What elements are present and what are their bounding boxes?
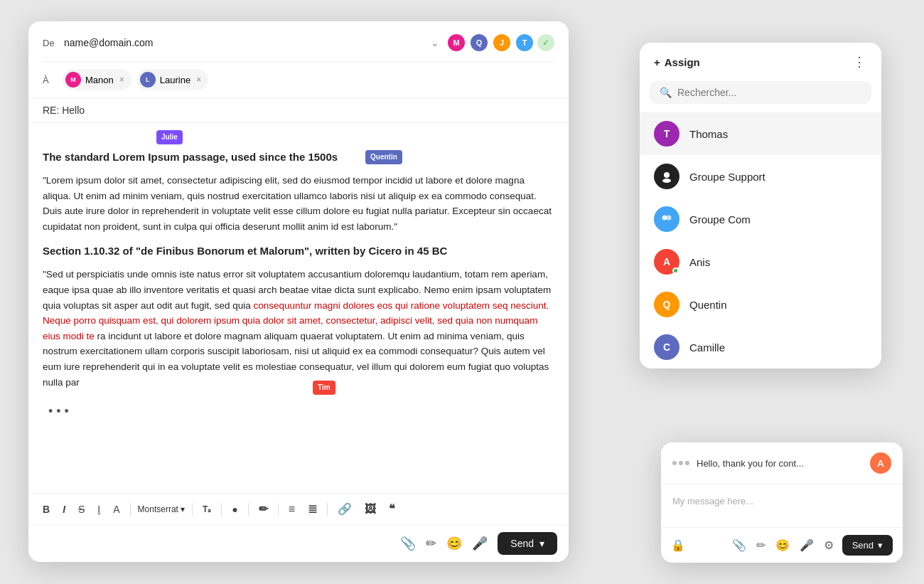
chat-send-button[interactable]: Send ▾ <box>842 535 893 556</box>
font-name: Montserrat <box>138 504 178 514</box>
list-button[interactable]: ≡ <box>286 500 298 519</box>
collaborator-avatars: M Q J T ✓ <box>446 33 554 53</box>
camille-name: Camille <box>689 341 725 354</box>
assign-header: + Assign ⋮ <box>640 43 881 81</box>
send-button[interactable]: Send ▾ <box>498 532 557 555</box>
dot-1 <box>672 461 677 465</box>
emoji-icon[interactable]: 😊 <box>446 536 462 551</box>
search-box[interactable]: 🔍 <box>650 81 871 104</box>
laurine-avatar: L <box>140 72 156 87</box>
thomas-avatar: T <box>654 121 679 147</box>
assign-list: T Thomas Groupe Support Groupe Com A Ani… <box>640 112 881 368</box>
quote-button[interactable]: ❝ <box>386 499 398 519</box>
from-dropdown-icon[interactable]: ⌄ <box>431 37 439 48</box>
align-button[interactable]: ≣ <box>305 499 320 519</box>
assign-item-groupe-support[interactable]: Groupe Support <box>640 155 881 198</box>
emoji-icon[interactable]: 😊 <box>775 538 790 552</box>
strikethrough-button[interactable]: S <box>75 501 87 518</box>
groupe-com-avatar <box>654 206 679 232</box>
attach-icon[interactable]: 📎 <box>400 536 416 551</box>
text-size-button[interactable]: Tₐ <box>200 501 214 517</box>
font-selector[interactable]: Montserrat ▾ <box>138 504 185 514</box>
image-button[interactable]: 🖼 <box>362 500 379 519</box>
quentin-name: Quentin <box>689 299 727 311</box>
color-button[interactable]: ● <box>229 501 240 518</box>
anis-avatar: A <box>654 249 679 275</box>
assign-item-groupe-com[interactable]: Groupe Com <box>640 198 881 240</box>
manon-name: Manon <box>85 75 114 85</box>
link-button[interactable]: 🔗 <box>335 499 355 519</box>
camille-avatar: C <box>654 334 679 360</box>
send-dropdown-icon: ▾ <box>539 538 544 549</box>
email-panel: De name@domain.com ⌄ M Q J T ✓ À M Manon… <box>28 21 569 562</box>
chat-body[interactable]: My message here... <box>661 484 903 527</box>
email-body[interactable]: Quentin The standard Lorem Ipsum passage… <box>28 123 569 493</box>
thomas-name: Thomas <box>689 128 728 140</box>
svg-point-1 <box>662 179 671 183</box>
groupe-com-name: Groupe Com <box>689 213 751 225</box>
assign-item-anis[interactable]: A Anis <box>640 240 881 283</box>
edit-icon[interactable]: ✏ <box>426 536 436 551</box>
avatar-t: T <box>515 33 534 53</box>
email-header: De name@domain.com ⌄ M Q J T ✓ À M Manon… <box>28 21 569 98</box>
dot-3 <box>685 461 689 465</box>
mic-icon[interactable]: 🎤 <box>472 536 488 551</box>
manon-avatar: M <box>65 72 81 87</box>
assign-item-quentin[interactable]: Q Quentin <box>640 283 881 326</box>
remove-manon-button[interactable]: × <box>119 75 124 85</box>
chat-header: Hello, thank you for cont... A <box>661 442 903 484</box>
chat-user-avatar: A <box>870 452 891 474</box>
assign-more-icon[interactable]: ⋮ <box>853 54 867 70</box>
more-button[interactable]: • • • <box>43 398 554 425</box>
groupe-support-name: Groupe Support <box>689 171 765 183</box>
check-badge: ✓ <box>537 34 554 51</box>
attach-icon[interactable]: 📎 <box>732 538 746 552</box>
bold-button[interactable]: B <box>40 501 53 518</box>
avatar-j: J <box>492 33 512 53</box>
cursor-quentin: Quentin <box>365 150 402 164</box>
chat-actions: 🔒 📎 ✏ 😊 🎤 ⚙ Send ▾ <box>661 527 903 563</box>
chat-send-dropdown-icon: ▾ <box>878 540 883 551</box>
assign-panel: + Assign ⋮ 🔍 T Thomas Groupe Support Gro… <box>640 43 881 368</box>
assign-search: 🔍 <box>640 81 881 112</box>
divider-4 <box>248 503 249 516</box>
recipient-manon[interactable]: M Manon × <box>63 69 131 90</box>
remove-laurine-button[interactable]: × <box>196 75 201 85</box>
groupe-support-avatar <box>654 164 679 189</box>
divider-1 <box>130 503 131 516</box>
svg-point-3 <box>667 216 672 221</box>
divider-2 <box>192 503 193 516</box>
assign-plus-icon: + <box>654 56 660 68</box>
italic-button[interactable]: I <box>60 501 68 518</box>
divider-6 <box>327 503 328 516</box>
svg-point-0 <box>664 172 670 178</box>
chat-dots <box>672 461 689 465</box>
avatar-m: M <box>446 33 466 53</box>
lock-icon: 🔒 <box>671 538 685 552</box>
email-actions: 📎 ✏ 😊 🎤 Send ▾ <box>28 524 569 562</box>
divider-5 <box>278 503 279 516</box>
edit-icon[interactable]: ✏ <box>756 538 765 552</box>
font-size-button[interactable]: A <box>110 501 122 518</box>
mic-icon[interactable]: 🎤 <box>800 538 814 552</box>
body-paragraph-2: "Sed ut perspiciatis unde omnis iste nat… <box>43 267 554 390</box>
chat-panel: Hello, thank you for cont... A My messag… <box>661 442 903 563</box>
quentin-avatar: Q <box>654 292 679 317</box>
settings-icon[interactable]: ⚙ <box>824 538 834 552</box>
cursor-julie: Julie <box>156 130 183 144</box>
assign-item-thomas[interactable]: T Thomas <box>640 112 881 155</box>
from-address: name@domain.com <box>64 37 424 48</box>
search-icon: 🔍 <box>660 87 672 98</box>
underline-button[interactable]: I <box>95 501 103 518</box>
search-input[interactable] <box>677 87 861 98</box>
body-section: Section 1.10.32 of "de Finibus Bonorum e… <box>43 243 554 260</box>
anis-status-dot <box>672 267 679 274</box>
eraser-button[interactable]: ✏ <box>256 499 271 519</box>
anis-name: Anis <box>689 256 710 268</box>
assign-title: + Assign <box>654 56 700 68</box>
recipient-laurine[interactable]: L Laurine × <box>137 69 208 90</box>
assign-item-camille[interactable]: C Camille <box>640 326 881 368</box>
to-row: À M Manon × L Laurine × <box>43 62 554 97</box>
laurine-name: Laurine <box>160 75 190 85</box>
to-label: À <box>43 75 57 85</box>
